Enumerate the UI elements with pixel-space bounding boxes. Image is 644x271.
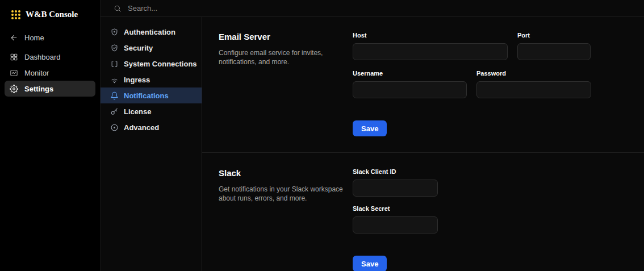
- search-input[interactable]: [127, 3, 297, 13]
- sidebar-item-label: Dashboard: [24, 53, 61, 61]
- section-title: Email Server: [219, 32, 353, 41]
- settings-nav-item-ingress[interactable]: Ingress: [101, 72, 202, 87]
- settings-nav-label: Ingress: [124, 76, 150, 84]
- bell-icon: [110, 91, 119, 100]
- email-server-section: Email Server Configure email service for…: [202, 17, 644, 152]
- host-field: Host: [353, 32, 508, 60]
- brand: W&B Console: [0, 0, 100, 30]
- key-icon: [110, 107, 119, 116]
- settings-nav-label: Authentication: [124, 28, 175, 36]
- sidebar-item-home[interactable]: Home: [5, 30, 95, 45]
- settings-nav-label: Advanced: [124, 123, 159, 132]
- settings-nav-label: System Connections: [124, 60, 197, 68]
- sidebar-item-label: Home: [24, 34, 44, 42]
- monitor-chart-icon: [10, 69, 18, 77]
- sidebar-item-monitor[interactable]: Monitor: [5, 65, 95, 81]
- gear-icon: [10, 85, 18, 93]
- shield-icon: [110, 28, 119, 36]
- settings-nav-item-system-connections[interactable]: System Connections: [101, 56, 202, 72]
- password-field: Password: [476, 70, 591, 98]
- slack-save-button[interactable]: Save: [353, 256, 387, 271]
- settings-nav-item-notifications[interactable]: Notifications: [101, 87, 202, 103]
- app-root: W&B Console Home Dashboard Monitor: [0, 0, 644, 271]
- slack-client-id-input[interactable]: [353, 180, 438, 197]
- brackets-icon: [110, 60, 119, 68]
- email-server-info: Email Server Configure email service for…: [219, 32, 353, 136]
- slack-info: Slack Get notifications in your Slack wo…: [219, 168, 353, 271]
- content-row: Authentication Security System Connectio…: [101, 17, 644, 271]
- password-label: Password: [476, 70, 591, 77]
- password-input[interactable]: [476, 81, 591, 98]
- settings-nav-label: Notifications: [124, 91, 169, 100]
- slack-secret-input[interactable]: [353, 216, 438, 234]
- settings-main-panel: Email Server Configure email service for…: [202, 17, 644, 271]
- sidebar-nav: Home Dashboard Monitor Settings: [0, 30, 100, 97]
- sidebar-item-label: Settings: [24, 85, 53, 93]
- sidebar-item-settings[interactable]: Settings: [5, 81, 95, 97]
- section-title: Slack: [219, 168, 353, 178]
- main-sidebar: W&B Console Home Dashboard Monitor: [0, 0, 101, 271]
- port-input[interactable]: [517, 43, 591, 60]
- grid-icon: [10, 53, 18, 61]
- form-row: Username Password: [353, 70, 644, 98]
- email-server-form: Host Port Username: [353, 32, 644, 136]
- slack-form: Slack Client ID Slack Secret Save: [353, 168, 644, 271]
- sidebar-item-dashboard[interactable]: Dashboard: [5, 49, 95, 65]
- right-area: Authentication Security System Connectio…: [101, 0, 644, 271]
- form-row: Host Port: [353, 32, 644, 60]
- wifi-icon: [110, 76, 119, 84]
- circle-dot-icon: [110, 123, 119, 132]
- port-field: Port: [517, 32, 591, 60]
- settings-nav-item-license[interactable]: License: [101, 103, 202, 119]
- slack-section: Slack Get notifications in your Slack wo…: [202, 152, 644, 271]
- wandb-logo-icon: [11, 10, 20, 19]
- settings-nav-item-advanced[interactable]: Advanced: [101, 119, 202, 135]
- username-field: Username: [353, 70, 467, 98]
- settings-nav-label: License: [124, 107, 151, 116]
- slack-secret-field: Slack Secret: [353, 205, 438, 234]
- section-description: Configure email service for invites, not…: [219, 49, 348, 67]
- host-input[interactable]: [353, 43, 508, 60]
- shield-check-icon: [110, 44, 119, 52]
- app-title: W&B Console: [26, 10, 78, 19]
- host-label: Host: [353, 32, 508, 39]
- settings-nav-label: Security: [124, 44, 153, 52]
- search-icon: [114, 5, 122, 12]
- section-description: Get notifications in your Slack workspac…: [219, 185, 348, 203]
- settings-nav-item-security[interactable]: Security: [101, 40, 202, 56]
- slack-client-id-field: Slack Client ID: [353, 168, 438, 197]
- username-input[interactable]: [353, 81, 467, 98]
- settings-nav: Authentication Security System Connectio…: [101, 17, 202, 271]
- settings-nav-item-authentication[interactable]: Authentication: [101, 24, 202, 40]
- arrow-left-icon: [10, 34, 18, 42]
- email-save-button[interactable]: Save: [353, 120, 387, 136]
- slack-secret-label: Slack Secret: [353, 205, 438, 212]
- search-bar: [101, 0, 644, 17]
- sidebar-item-label: Monitor: [24, 69, 49, 77]
- slack-client-id-label: Slack Client ID: [353, 168, 438, 175]
- port-label: Port: [517, 32, 591, 39]
- username-label: Username: [353, 70, 467, 77]
